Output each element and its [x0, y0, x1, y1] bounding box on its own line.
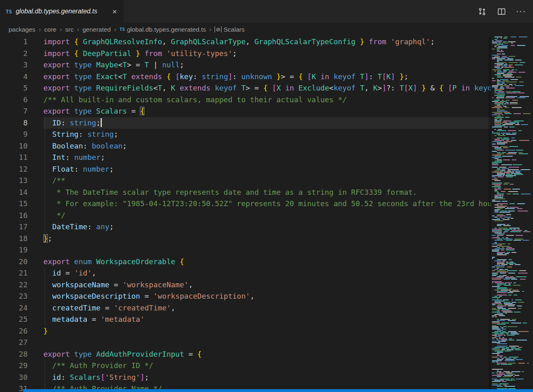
minimap-line — [491, 138, 533, 138]
minimap[interactable] — [491, 36, 533, 389]
minimap-line — [491, 319, 533, 320]
minimap-line — [491, 142, 533, 143]
split-editor-button[interactable] — [496, 6, 506, 16]
minimap-line — [491, 364, 533, 365]
minimap-line — [491, 363, 533, 364]
breadcrumb-item-packages[interactable]: packages — [7, 26, 37, 33]
tab-global-db-types-generated[interactable]: TS global.db.types.generated.ts × — [0, 0, 124, 23]
minimap-line — [491, 45, 533, 46]
breadcrumb-label: core — [44, 26, 56, 33]
minimap-line — [491, 155, 533, 155]
minimap-line — [491, 93, 533, 93]
minimap-line — [491, 285, 533, 286]
code-line-21[interactable]: 21 id = 'id', — [0, 267, 491, 279]
minimap-line — [491, 334, 533, 334]
minimap-line — [491, 129, 533, 130]
breadcrumb-separator: › — [208, 26, 213, 34]
code-line-29[interactable]: 29 /** Auth Provider ID */ — [0, 360, 491, 372]
code-line-3[interactable]: 3export type Maybe<T> = T | null; — [0, 59, 491, 71]
code-line-25[interactable]: 25 metadata = 'metadata' — [0, 314, 491, 325]
breadcrumb-item-generated[interactable]: generated — [81, 26, 112, 33]
code-line-12[interactable]: 12 Float: number; — [0, 164, 491, 175]
minimap-line — [491, 315, 533, 316]
minimap-line — [491, 250, 533, 250]
open-changes-button[interactable] — [477, 6, 487, 16]
code-line-9[interactable]: 9 String: string; — [0, 129, 491, 140]
code-line-10[interactable]: 10 Boolean: boolean; — [0, 140, 491, 152]
minimap-line — [491, 123, 533, 124]
indent-guide — [45, 291, 45, 302]
code-line-24[interactable]: 24 createdTime = 'createdTime', — [0, 302, 491, 314]
line-number: 27 — [0, 337, 28, 349]
status-bar[interactable] — [23, 389, 533, 392]
code-line-27[interactable]: 27 — [0, 337, 491, 349]
minimap-line — [491, 69, 533, 70]
code-text — [43, 244, 491, 256]
code-line-6[interactable]: 6/** All built-in and custom scalars, ma… — [0, 94, 491, 106]
code-line-22[interactable]: 22 workspaceName = 'workspaceName', — [0, 279, 491, 291]
code-line-11[interactable]: 11 Int: number; — [0, 152, 491, 164]
minimap-line — [491, 96, 533, 97]
minimap-line — [491, 304, 533, 305]
indent-guide — [45, 129, 45, 140]
line-number: 2 — [0, 48, 28, 60]
code-line-14[interactable]: 14 * The DateTime scalar type represents… — [0, 187, 491, 198]
more-actions-button[interactable]: ··· — [516, 6, 526, 16]
breadcrumb-item-core[interactable]: core — [43, 26, 58, 33]
indent-guide — [45, 175, 45, 187]
code-line-28[interactable]: 28export type AddAuthProviderInput = { — [0, 349, 491, 360]
breadcrumb-item-global-db-types-generated-ts[interactable]: TSglobal.db.types.generated.ts — [118, 26, 207, 33]
minimap-line — [491, 207, 533, 208]
minimap-line — [491, 307, 533, 308]
code-line-5[interactable]: 5export type RequireFields<T, K extends … — [0, 82, 491, 94]
minimap-line — [491, 130, 533, 131]
indent-guide — [45, 164, 45, 175]
minimap-line — [491, 276, 533, 277]
code-line-18[interactable]: 18}; — [0, 233, 491, 245]
minimap-line — [491, 218, 533, 219]
code-line-13[interactable]: 13 /** — [0, 175, 491, 187]
minimap-line — [491, 152, 533, 153]
code-text: export type AddAuthProviderInput = { — [43, 349, 491, 360]
code-text: /** — [43, 175, 491, 187]
minimap-line — [491, 383, 533, 384]
minimap-line — [491, 332, 533, 333]
code-line-17[interactable]: 17 DateTime: any; — [0, 221, 491, 233]
editor-tab-bar: TS global.db.types.generated.ts × — [0, 0, 533, 23]
line-number: 25 — [0, 314, 28, 325]
code-line-16[interactable]: 16 */ — [0, 210, 491, 222]
minimap-line — [491, 353, 533, 354]
minimap-line — [491, 301, 533, 302]
minimap-line — [491, 147, 533, 148]
minimap-line — [491, 166, 533, 166]
minimap-line — [491, 269, 533, 270]
code-line-20[interactable]: 20export enum WorkspaceOrderable { — [0, 256, 491, 268]
breadcrumb-item-scalars[interactable]: ⊘Scalars — [213, 26, 246, 33]
line-number: 21 — [0, 267, 28, 279]
code-line-23[interactable]: 23 workspaceDescription = 'workspaceDesc… — [0, 291, 491, 302]
code-line-2[interactable]: 2import { DeepPartial } from 'utility-ty… — [0, 48, 491, 60]
line-number: 18 — [0, 233, 28, 245]
minimap-line — [491, 340, 533, 340]
code-line-30[interactable]: 30 id: Scalars['String']; — [0, 372, 491, 383]
breadcrumb-item-src[interactable]: src — [64, 26, 75, 33]
code-line-7[interactable]: 7export type Scalars = { — [0, 106, 491, 117]
code-line-8[interactable]: 8 ID: string; — [0, 117, 491, 129]
code-line-1[interactable]: 1import { GraphQLResolveInfo, GraphQLSca… — [0, 36, 491, 48]
code-line-4[interactable]: 4export type Exact<T extends { [key: str… — [0, 71, 491, 83]
indent-guide — [45, 302, 45, 314]
minimap-line — [491, 354, 533, 355]
code-text: import { DeepPartial } from 'utility-typ… — [43, 48, 491, 60]
minimap-line — [491, 224, 533, 225]
minimap-line — [491, 219, 533, 220]
minimap-line — [491, 245, 533, 246]
minimap-line — [491, 39, 533, 40]
tab-close-button[interactable]: × — [111, 7, 118, 16]
code-line-15[interactable]: 15 * For example: "1985-04-12T23:20:50.5… — [0, 198, 491, 210]
minimap-line — [491, 343, 533, 344]
minimap-line — [491, 202, 533, 203]
minimap-line — [491, 169, 533, 170]
minimap-line — [491, 241, 533, 242]
code-line-19[interactable]: 19 — [0, 244, 491, 256]
code-line-26[interactable]: 26} — [0, 325, 491, 337]
